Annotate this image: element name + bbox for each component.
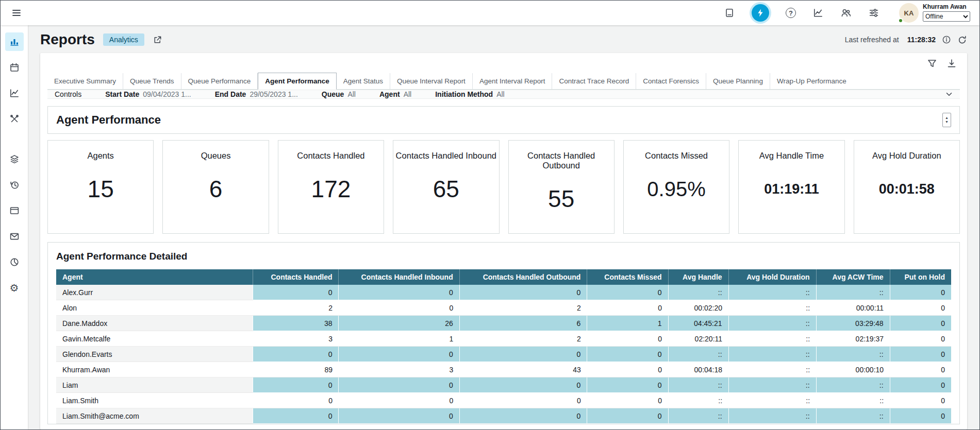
tab-queue-performance[interactable]: Queue Performance <box>181 73 258 89</box>
table-row[interactable]: Dane.Maddox38266104:45:21::03:29:480 <box>56 316 951 331</box>
top-bar: ? <box>1 1 979 25</box>
filter-end-date[interactable]: End Date29/05/2023 1... <box>215 90 298 98</box>
table-cell: 0 <box>890 331 951 347</box>
line-chart-icon[interactable] <box>812 7 824 19</box>
status-dot <box>898 18 903 23</box>
table-cell: 0 <box>459 408 587 424</box>
sliders-icon[interactable] <box>868 7 879 19</box>
table-cell: :: <box>728 393 816 408</box>
tab-queue-interval-report[interactable]: Queue Interval Report <box>390 73 473 89</box>
tab-queue-trends[interactable]: Queue Trends <box>123 73 181 89</box>
avatar[interactable]: KA <box>899 3 919 23</box>
column-header-agent[interactable]: Agent <box>56 269 253 285</box>
sidebar-item-mail[interactable] <box>5 227 24 246</box>
notepad-icon[interactable] <box>724 7 735 19</box>
users-icon[interactable] <box>840 7 852 19</box>
table-cell: 03:29:48 <box>816 316 890 331</box>
sidebar-item-bar-chart[interactable] <box>5 32 24 51</box>
tab-queue-planning[interactable]: Queue Planning <box>706 73 770 89</box>
table-cell: 0 <box>253 347 339 362</box>
kpi-row: Agents15Queues6Contacts Handled172Contac… <box>47 140 960 234</box>
column-header-avg-hold-duration[interactable]: Avg Hold Duration <box>728 269 816 285</box>
sidebar-item-tools[interactable] <box>5 110 24 128</box>
kpi-value: 65 <box>393 169 499 209</box>
hamburger-menu-icon[interactable] <box>10 6 23 20</box>
window-icon <box>9 205 20 216</box>
tab-contact-forensics[interactable]: Contact Forensics <box>636 73 706 89</box>
table-row[interactable]: Liam.Smith@acme.com0000::::::0 <box>56 408 951 424</box>
chevron-down-icon[interactable] <box>944 90 954 99</box>
table-row[interactable]: Liam0000::::::0 <box>56 377 951 393</box>
filter-initiation-method[interactable]: Initiation MethodAll <box>435 90 505 98</box>
table-cell: 0 <box>890 285 951 300</box>
kpi-label: Avg Hold Duration <box>854 151 959 161</box>
table-cell: 0 <box>253 377 339 393</box>
sidebar-item-window[interactable] <box>5 201 24 220</box>
filter-agent[interactable]: AgentAll <box>379 90 411 98</box>
filter-start-date[interactable]: Start Date09/04/2023 1... <box>105 90 191 98</box>
tab-contract-trace-record[interactable]: Contract Trace Record <box>552 73 636 89</box>
layers-icon <box>9 154 20 164</box>
table-cell: 00:04:18 <box>668 362 728 377</box>
agent-name-cell: Liam <box>56 377 253 393</box>
column-header-put-on-hold[interactable]: Put on Hold <box>890 269 951 285</box>
table-cell: :: <box>728 300 816 316</box>
stepper-control[interactable]: ▲▼ <box>942 113 951 127</box>
column-header-avg-handle[interactable]: Avg Handle <box>668 269 728 285</box>
tab-agent-performance[interactable]: Agent Performance <box>258 73 337 90</box>
tab-agent-status[interactable]: Agent Status <box>337 73 390 89</box>
sidebar-item-pie-chart[interactable] <box>5 253 24 271</box>
kpi-card-contacts-handled-inbound: Contacts Handled Inbound65 <box>393 140 499 234</box>
sidebar-item-calendar[interactable] <box>5 58 24 77</box>
filter-value: All <box>404 90 412 98</box>
help-icon[interactable]: ? <box>786 8 796 18</box>
controls-label: Controls <box>55 90 81 98</box>
table-cell: 2 <box>459 300 587 316</box>
info-icon[interactable] <box>942 35 951 44</box>
table-cell: :: <box>728 408 816 424</box>
filter-icon[interactable] <box>927 58 937 68</box>
column-header-contacts-handled-inbound[interactable]: Contacts Handled Inbound <box>339 269 459 285</box>
table-cell: 0 <box>890 362 951 377</box>
table-cell: 0 <box>587 331 668 347</box>
agent-status-select[interactable]: Offline <box>923 11 970 22</box>
column-header-contacts-handled[interactable]: Contacts Handled <box>253 269 339 285</box>
table-row[interactable]: Alon202000:02:20::00:00:110 <box>56 300 951 316</box>
table-cell: 0 <box>339 393 459 408</box>
kpi-card-avg-hold-duration: Avg Hold Duration00:01:58 <box>854 140 960 234</box>
last-refreshed-time: 11:28:32 <box>907 36 936 44</box>
kpi-value: 0.95% <box>624 169 729 209</box>
table-cell: 0 <box>459 285 587 300</box>
table-cell: :: <box>728 331 816 347</box>
table-row[interactable]: Alex.Gurr0000::::::0 <box>56 285 951 300</box>
tab-agent-interval-report[interactable]: Agent Interval Report <box>473 73 553 89</box>
column-header-avg-acw-time[interactable]: Avg ACW Time <box>816 269 890 285</box>
table-cell: 0 <box>890 300 951 316</box>
sidebar-item-history[interactable] <box>5 176 24 194</box>
lightning-icon[interactable] <box>752 4 769 22</box>
kpi-card-queues: Queues6 <box>162 140 269 234</box>
download-icon[interactable] <box>946 58 957 68</box>
table-cell: 00:00:11 <box>816 300 890 316</box>
tab-wrap-up-performance[interactable]: Wrap-Up Performance <box>770 73 853 89</box>
filter-label: Initiation Method <box>435 90 493 98</box>
filter-label: Agent <box>379 90 400 98</box>
agent-name-cell: Khurram.Awan <box>56 362 253 377</box>
table-row[interactable]: Khurram.Awan89343000:04:18::00:00:100 <box>56 362 951 377</box>
table-row[interactable]: Gavin.Metcalfe312002:20:11::02:19:370 <box>56 331 951 347</box>
table-row[interactable]: Liam.Smith0000::::::0 <box>56 393 951 408</box>
kpi-label: Contacts Handled Inbound <box>393 151 499 161</box>
table-row[interactable]: Glendon.Evarts0000::::::0 <box>56 347 951 362</box>
sidebar-item-settings[interactable]: ⚙ <box>5 279 24 297</box>
external-link-icon[interactable] <box>153 35 162 45</box>
panel-tools <box>47 57 960 73</box>
sidebar-item-layers[interactable] <box>5 150 24 168</box>
filter-queue[interactable]: QueueAll <box>322 90 356 98</box>
column-header-contacts-handled-outbound[interactable]: Contacts Handled Outbound <box>459 269 587 285</box>
sidebar-item-line-chart[interactable] <box>5 84 24 102</box>
kpi-value: 00:01:58 <box>854 169 959 209</box>
tab-executive-summary[interactable]: Executive Summary <box>47 73 123 89</box>
refresh-icon[interactable] <box>957 35 967 45</box>
table-cell: :: <box>816 347 890 362</box>
column-header-contacts-missed[interactable]: Contacts Missed <box>587 269 668 285</box>
